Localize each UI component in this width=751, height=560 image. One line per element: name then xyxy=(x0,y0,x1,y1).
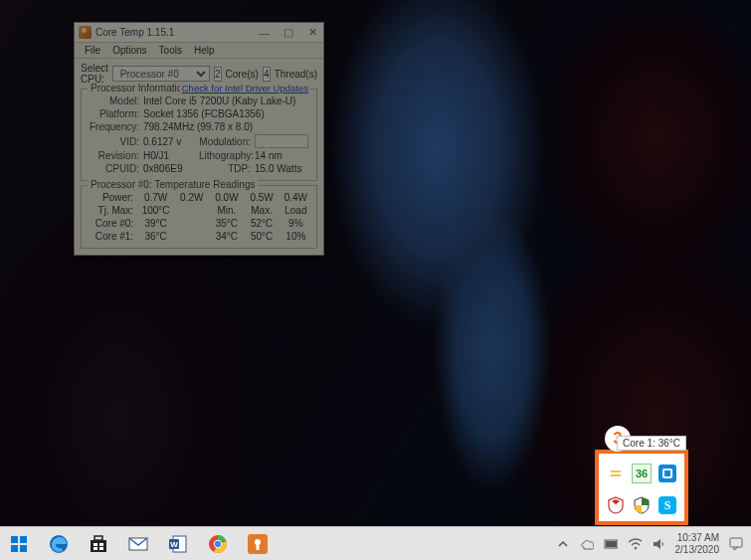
processor-select[interactable]: Processor #0 xyxy=(112,66,210,82)
svg-rect-8 xyxy=(11,536,18,543)
svg-rect-2 xyxy=(611,474,621,476)
threads-label: Thread(s) xyxy=(275,69,317,80)
svg-rect-5 xyxy=(664,470,670,476)
tray-icon-coretemp-reading[interactable]: 36 xyxy=(632,464,652,483)
vid-value: 0.6127 v xyxy=(143,136,199,147)
cores-label: Core(s) xyxy=(226,69,259,80)
titlebar[interactable]: Core Temp 1.15.1 — ▢ ✕ xyxy=(75,23,323,43)
svg-text:S: S xyxy=(664,498,671,512)
menu-tools[interactable]: Tools xyxy=(153,44,188,57)
menubar: File Options Tools Help xyxy=(75,43,323,59)
svg-rect-10 xyxy=(11,545,18,552)
tray-overflow-popup[interactable]: 36 S xyxy=(599,454,684,521)
power-v4: 0.4W xyxy=(280,192,312,203)
platform-label: Platform: xyxy=(86,108,143,119)
svg-rect-1 xyxy=(611,470,621,472)
select-cpu-label: Select CPU: xyxy=(81,63,108,85)
taskbar-store[interactable] xyxy=(82,527,115,561)
frequency-value: 798.24MHz (99.78 x 8.0) xyxy=(143,121,312,132)
col-load: Load xyxy=(280,205,312,216)
chrome-icon xyxy=(208,534,228,554)
tray-onedrive-icon[interactable] xyxy=(580,537,594,551)
chevron-up-icon xyxy=(558,539,568,549)
temperature-fieldset: Processor #0: Temperature Readings Power… xyxy=(81,185,317,249)
model-label: Model: xyxy=(86,95,143,106)
revision-value: H0/J1 xyxy=(143,150,199,161)
menu-options[interactable]: Options xyxy=(106,44,152,57)
temperature-legend: Processor #0: Temperature Readings xyxy=(88,179,258,190)
svg-point-32 xyxy=(634,546,637,549)
menu-file[interactable]: File xyxy=(79,44,106,57)
maximize-button[interactable]: ▢ xyxy=(281,26,296,40)
core0-min: 35°C xyxy=(209,218,244,229)
close-button[interactable]: ✕ xyxy=(304,26,320,40)
core1-min: 34°C xyxy=(209,231,244,242)
minimize-button[interactable]: — xyxy=(257,26,273,40)
tdp-label: TDP: xyxy=(199,163,255,174)
tray-tooltip: Core 1: 36°C xyxy=(617,436,686,451)
select-cpu-row: Select CPU: Processor #0 2 Core(s) 4 Thr… xyxy=(81,63,317,85)
tdp-value: 15.0 Watts xyxy=(255,163,308,174)
cores-count: 2 xyxy=(214,67,222,82)
store-icon xyxy=(89,534,108,554)
tray-icon-mcafee[interactable] xyxy=(606,495,626,515)
tray-highlight: 3 Core 1: 36°C 36 S xyxy=(595,450,688,525)
taskbar-clock[interactable]: 10:37 AM 2/13/2020 xyxy=(675,532,720,556)
core0-temp: 39°C xyxy=(137,218,174,229)
svg-rect-9 xyxy=(20,536,27,543)
core-temp-window: Core Temp 1.15.1 — ▢ ✕ File Options Tool… xyxy=(74,22,324,256)
power-v1: 0.2W xyxy=(174,192,209,203)
svg-rect-33 xyxy=(730,538,742,547)
tray-icon-placeholder[interactable] xyxy=(606,464,626,483)
core0-label: Core #0: xyxy=(86,218,137,229)
tray-icon-windows-security[interactable] xyxy=(632,495,652,515)
core0-load: 9% xyxy=(280,218,312,229)
threads-count: 4 xyxy=(263,67,271,82)
lithography-label: Lithography: xyxy=(199,150,255,161)
taskbar-coretemp[interactable] xyxy=(241,527,275,561)
svg-rect-31 xyxy=(606,541,617,547)
svg-rect-17 xyxy=(94,547,97,550)
model-value: Intel Core i5 7200U (Kaby Lake-U) xyxy=(143,95,312,106)
col-min: Min. xyxy=(209,205,244,216)
tray-battery-icon[interactable] xyxy=(604,537,618,551)
vid-label: VID: xyxy=(86,136,143,147)
frequency-label: Frequency: xyxy=(86,121,143,132)
svg-point-25 xyxy=(215,540,221,546)
taskbar-mail[interactable] xyxy=(121,527,155,561)
svg-rect-18 xyxy=(99,547,103,550)
taskbar-chrome[interactable] xyxy=(201,527,235,561)
driver-updates-link[interactable]: Check for Intel Driver Updates xyxy=(180,83,310,93)
window-title: Core Temp 1.15.1 xyxy=(95,27,257,38)
tjmax-value: 100°C xyxy=(137,205,174,216)
cpuid-value: 0x806E9 xyxy=(143,163,199,174)
core1-max: 50°C xyxy=(245,231,280,242)
action-center-icon[interactable] xyxy=(729,537,743,551)
lithography-value: 14 nm xyxy=(255,150,308,161)
tray-overflow-chevron[interactable] xyxy=(556,537,570,551)
clock-date: 2/13/2020 xyxy=(675,544,720,556)
coretemp-icon xyxy=(248,534,268,554)
modulation-label: Modulation: xyxy=(199,136,255,147)
edge-icon xyxy=(48,533,70,555)
revision-label: Revision: xyxy=(86,150,143,161)
tray-icon-intel[interactable] xyxy=(657,464,677,483)
taskbar-edge[interactable] xyxy=(42,527,76,561)
taskbar-word[interactable]: W xyxy=(161,527,195,561)
mail-icon xyxy=(127,534,149,554)
word-icon: W xyxy=(168,534,188,554)
tray-icon-skype[interactable]: S xyxy=(657,495,677,515)
svg-rect-15 xyxy=(94,543,97,546)
menu-help[interactable]: Help xyxy=(188,44,221,57)
processor-info-fieldset: Processor Information Check for Intel Dr… xyxy=(81,89,317,181)
start-button[interactable] xyxy=(2,527,36,561)
svg-rect-16 xyxy=(99,543,103,546)
svg-rect-14 xyxy=(94,536,102,540)
processor-info-legend: Processor Information xyxy=(88,83,191,93)
tray-volume-icon[interactable] xyxy=(652,537,665,551)
modulation-value xyxy=(255,134,308,148)
power-v3: 0.5W xyxy=(245,192,280,203)
tray-wifi-icon[interactable] xyxy=(628,537,642,551)
taskbar: W 10:37 AM 2/13/2020 xyxy=(0,526,751,560)
core1-temp: 36°C xyxy=(137,231,174,242)
